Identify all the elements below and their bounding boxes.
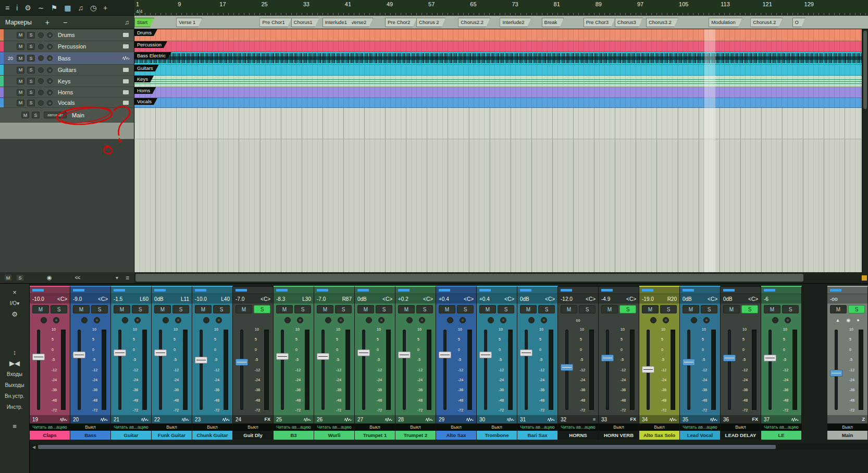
- gain-value[interactable]: -10.0: [195, 296, 207, 302]
- rewind-button[interactable]: <<: [75, 275, 80, 281]
- mixer-strip[interactable]: -6MS1050-5-12-24-36-48-7237Читать ав...а…: [761, 286, 802, 440]
- solo-button[interactable]: S: [741, 305, 758, 313]
- arrange-lane[interactable]: Guitars: [134, 65, 862, 76]
- marker-flag[interactable]: Chorus4.2: [750, 18, 783, 27]
- pan-value[interactable]: R87: [342, 296, 352, 302]
- solo-button[interactable]: S: [416, 305, 433, 313]
- channel-name[interactable]: Bari Sax: [517, 431, 557, 440]
- fader-track[interactable]: [37, 330, 40, 410]
- arrange-lane[interactable]: Keys: [134, 76, 862, 87]
- gain-value[interactable]: -19.0: [642, 296, 654, 302]
- fader-handle[interactable]: [73, 351, 85, 358]
- pan-value[interactable]: L11: [181, 296, 189, 302]
- solo-button[interactable]: S: [848, 305, 865, 313]
- channel-name[interactable]: Funk Guitar: [152, 431, 192, 440]
- record-arm-button[interactable]: [528, 317, 535, 323]
- fader-track[interactable]: [525, 330, 528, 410]
- monitor-button[interactable]: [175, 317, 181, 323]
- gain-value[interactable]: +0.4: [439, 296, 449, 302]
- mixer-strip[interactable]: -19.0R20MS1050-5-12-24-36-48-7234ВыклAlt…: [639, 286, 680, 440]
- solo-button[interactable]: S: [27, 32, 35, 39]
- mute-button[interactable]: M: [830, 305, 847, 313]
- mixer-strip[interactable]: -8.3L30MS1050-5-12-24-36-48-7225Читать а…: [274, 286, 314, 440]
- solo-button[interactable]: S: [619, 305, 636, 313]
- fader-handle[interactable]: [683, 359, 695, 366]
- marker-flag[interactable]: Chorus2.2: [458, 18, 490, 27]
- solo-button[interactable]: S: [660, 305, 677, 313]
- notes-icon[interactable]: ♫: [78, 4, 83, 11]
- pan-value[interactable]: <C>: [57, 296, 67, 302]
- fader-handle[interactable]: [764, 355, 776, 361]
- pan-value[interactable]: <C>: [545, 296, 555, 302]
- record-arm-button[interactable]: [38, 90, 44, 95]
- fader-handle[interactable]: [357, 349, 370, 356]
- marker-flag[interactable]: Pre Chor3: [584, 18, 615, 27]
- gain-value[interactable]: 0dB: [520, 296, 529, 302]
- fader-handle[interactable]: [114, 349, 126, 356]
- io-selector[interactable]: I/O ▾: [0, 298, 29, 309]
- horizontal-scrollbar-handle[interactable]: [135, 274, 803, 282]
- mute-button[interactable]: M: [439, 305, 455, 313]
- fader-track[interactable]: [687, 330, 690, 410]
- channel-name[interactable]: Lead Vocal: [680, 431, 720, 440]
- marker-flag[interactable]: Break: [542, 18, 564, 27]
- mixer-strip[interactable]: 0dBL11MS1050-5-12-24-36-48-7222ВыклFunk …: [152, 286, 192, 440]
- fader-handle[interactable]: [398, 351, 411, 358]
- gain-value[interactable]: 0dB: [154, 296, 164, 302]
- record-arm-button[interactable]: [406, 317, 413, 323]
- channel-name[interactable]: B3: [274, 431, 314, 440]
- automation-parameter-chip[interactable]: автомат: [44, 112, 67, 118]
- solo-button[interactable]: S: [579, 305, 596, 313]
- mute-button[interactable]: M: [4, 274, 12, 281]
- fader-handle[interactable]: [276, 353, 289, 360]
- marker-flag[interactable]: Pre Chor2: [385, 18, 417, 27]
- menu-icon[interactable]: ≡: [5, 4, 9, 11]
- pan-value[interactable]: <C>: [98, 296, 108, 302]
- track-row[interactable]: MSHorns: [0, 87, 134, 98]
- solo-button[interactable]: S: [457, 305, 474, 313]
- fader-track[interactable]: [443, 330, 447, 410]
- monitor-button[interactable]: [47, 32, 53, 38]
- wrench-icon[interactable]: ⚙: [0, 309, 29, 320]
- horizontal-scrollbar[interactable]: [134, 272, 861, 283]
- monitor-button[interactable]: [47, 67, 53, 73]
- mute-button[interactable]: M: [683, 305, 699, 313]
- gain-value[interactable]: -7.0: [235, 296, 244, 302]
- track-row[interactable]: MSDrums: [0, 29, 134, 41]
- wave-icon[interactable]: ∼: [38, 4, 44, 11]
- monitor-button[interactable]: [663, 317, 669, 323]
- menu-icon[interactable]: ≡: [126, 274, 129, 282]
- mixer-scrollbar-handle[interactable]: [38, 445, 776, 449]
- record-arm-button[interactable]: [38, 67, 44, 73]
- monitor-button[interactable]: [785, 317, 791, 323]
- channel-name[interactable]: Wurli: [314, 431, 354, 440]
- solo-button[interactable]: S: [213, 305, 230, 313]
- monitor-button[interactable]: [47, 100, 53, 106]
- pan-value[interactable]: L60: [140, 296, 148, 302]
- mixer-strip[interactable]: -7.0R87MS1050-5-12-24-36-48-7226Читать а…: [314, 286, 355, 440]
- marker-flag[interactable]: Interlude1: [323, 18, 354, 27]
- pan-value[interactable]: <C>: [626, 296, 636, 302]
- gain-value[interactable]: -6: [764, 296, 768, 302]
- mixer-strip[interactable]: 0dB<C>MS1050-5-12-24-36-48-7236FXВыклLEA…: [721, 286, 761, 440]
- fader-track[interactable]: [78, 330, 81, 410]
- remove-marker-button[interactable]: −: [63, 18, 67, 27]
- marker-flag[interactable]: Chorus3: [615, 18, 643, 27]
- track-row[interactable]: 20MSBass: [0, 52, 134, 65]
- record-arm-button[interactable]: [38, 100, 44, 106]
- pan-value[interactable]: R20: [667, 296, 677, 302]
- mute-button[interactable]: M: [764, 305, 780, 313]
- mute-button[interactable]: M: [561, 305, 577, 313]
- fader-track[interactable]: [200, 330, 203, 410]
- fader-handle[interactable]: [479, 351, 492, 358]
- channel-name[interactable]: Alto Sax Solo: [639, 431, 679, 440]
- chevron-down-icon[interactable]: ▾: [116, 275, 118, 281]
- inputs-button[interactable]: Входы: [0, 369, 29, 380]
- gain-value[interactable]: -8.3: [276, 296, 285, 302]
- record-arm-button[interactable]: [203, 317, 209, 323]
- gain-value[interactable]: -7.0: [317, 296, 326, 302]
- monitor-button[interactable]: [134, 317, 141, 323]
- mixer-strip[interactable]: 0dB<C>MS1050-5-12-24-36-48-7235Читать ав…: [680, 286, 721, 440]
- mixer-strip[interactable]: -12.0<C>MS∞1050-5-12-24-36-48-7232≡Читат…: [558, 286, 599, 440]
- marker-flag[interactable]: Modulation: [709, 18, 742, 27]
